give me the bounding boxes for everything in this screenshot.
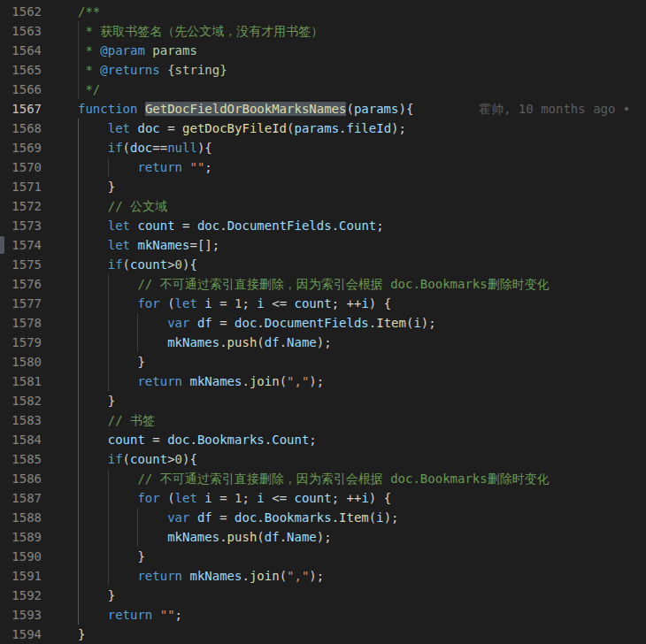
code-row[interactable]: 1585 if(count>0){ (0, 449, 646, 469)
code-token: "," (287, 569, 309, 583)
code-line-text: // 不可通过索引直接删除，因为索引会根据 doc.Bookmarks删除时变化 (78, 469, 550, 488)
code-row[interactable]: 1570 return ""; (0, 157, 646, 177)
code-line-text: var df = doc.DocumentFields.Item(i); (78, 313, 436, 333)
line-number[interactable]: 1590 (0, 547, 42, 566)
line-number[interactable]: 1574 (0, 235, 42, 255)
code-token: i (204, 491, 211, 505)
line-number[interactable]: 1584 (0, 430, 42, 449)
line-number[interactable]: 1592 (0, 586, 42, 605)
code-token: . (280, 530, 287, 544)
code-row[interactable]: 1591 return mkNames.join(","); (0, 566, 646, 586)
code-token: . (219, 335, 227, 349)
code-row[interactable]: 1574 let mkNames=[]; (0, 235, 646, 255)
code-row[interactable]: 1581 return mkNames.join(","); (0, 372, 646, 391)
code-token: } (78, 627, 85, 641)
code-row[interactable]: 1587 for (let i = 1; i <= count; ++i) { (0, 488, 646, 508)
code-row[interactable]: 1563 * 获取书签名（先公文域，没有才用书签） (0, 21, 646, 41)
code-row[interactable]: 1592 } (0, 586, 646, 605)
line-number[interactable]: 1569 (0, 138, 42, 157)
code-token: df (265, 335, 280, 349)
code-row[interactable]: 1567function GetDocFieldOrBookMarksNames… (0, 99, 646, 119)
line-number[interactable]: 1562 (0, 2, 42, 21)
code-token: ; (309, 433, 316, 447)
line-number[interactable]: 1586 (0, 469, 42, 488)
code-row[interactable]: 1588 var df = doc.Bookmarks.Item(i); (0, 508, 646, 527)
line-number[interactable]: 1570 (0, 157, 42, 177)
code-token: mkNames (167, 530, 219, 544)
code-row[interactable]: 1576 // 不可通过索引直接删除，因为索引会根据 doc.Bookmarks… (0, 274, 646, 294)
line-number[interactable]: 1589 (0, 527, 42, 547)
code-token: @param (100, 43, 145, 58)
code-row[interactable]: 1566 */ (0, 80, 646, 99)
code-row[interactable]: 1571 } (0, 177, 646, 196)
code-token (78, 510, 167, 525)
code-token: DocumentFields (227, 218, 332, 233)
code-row[interactable]: 1586 // 不可通过索引直接删除，因为索引会根据 doc.Bookmarks… (0, 469, 646, 488)
line-number[interactable]: 1575 (0, 255, 42, 274)
line-number[interactable]: 1583 (0, 410, 42, 430)
code-token: count (137, 218, 174, 233)
code-row[interactable]: 1583 // 书签 (0, 410, 646, 430)
code-token: return (108, 608, 153, 622)
code-row[interactable]: 1589 mkNames.push(df.Name); (0, 527, 646, 547)
gutter-marker (0, 236, 4, 254)
line-number[interactable]: 1564 (0, 41, 42, 60)
line-number[interactable]: 1579 (0, 333, 42, 352)
code-line-text: // 不可通过索引直接删除，因为索引会根据 doc.Bookmarks删除时变化 (78, 274, 550, 294)
code-row[interactable]: 1562/** (0, 2, 646, 21)
code-row[interactable]: 1572 // 公文域 (0, 196, 646, 216)
code-token: } (78, 355, 145, 369)
code-line-text: // 书签 (78, 410, 155, 430)
code-token: = (212, 316, 235, 330)
line-number[interactable]: 1582 (0, 391, 42, 410)
code-row[interactable]: 1573 let count = doc.DocumentFields.Coun… (0, 216, 646, 235)
code-token: ); (309, 374, 324, 388)
line-number[interactable]: 1576 (0, 274, 42, 294)
code-token (78, 141, 108, 155)
line-number[interactable]: 1572 (0, 196, 42, 216)
line-number[interactable]: 1591 (0, 566, 42, 586)
line-number[interactable]: 1571 (0, 177, 42, 196)
line-number[interactable]: 1568 (0, 119, 42, 138)
code-row[interactable]: 1575 if(count>0){ (0, 255, 646, 274)
code-row[interactable]: 1582 } (0, 391, 646, 410)
code-row[interactable]: 1594} (0, 625, 646, 644)
code-token: var (167, 316, 189, 330)
code-token: push (227, 530, 258, 544)
line-number[interactable]: 1581 (0, 372, 42, 391)
code-row[interactable]: 1568 let doc = getDocByFileId(params.fil… (0, 119, 646, 138)
code-row[interactable]: 1579 mkNames.push(df.Name); (0, 333, 646, 352)
code-token: params (354, 102, 399, 116)
code-row[interactable]: 1569 if(doc==null){ (0, 138, 646, 157)
code-token: for (137, 296, 159, 310)
code-token: . (257, 510, 264, 525)
line-number[interactable]: 1580 (0, 352, 42, 372)
code-token (78, 530, 167, 544)
line-number[interactable]: 1573 (0, 216, 42, 235)
line-number[interactable]: 1585 (0, 449, 42, 469)
line-number[interactable]: 1563 (0, 21, 42, 41)
line-number[interactable]: 1567 (0, 99, 42, 119)
code-token: } (78, 180, 115, 194)
line-number[interactable]: 1587 (0, 488, 42, 508)
line-number[interactable]: 1566 (0, 80, 42, 99)
code-row[interactable]: 1577 for (let i = 1; i <= count; ++i) { (0, 294, 646, 313)
code-row[interactable]: 1564 * @param params (0, 41, 646, 60)
git-blame-annotation[interactable]: 霍帅, 10 months ago • (479, 99, 630, 119)
code-token (78, 335, 167, 349)
line-number[interactable]: 1593 (0, 605, 42, 625)
line-number[interactable]: 1578 (0, 313, 42, 333)
code-line-text: for (let i = 1; i <= count; ++i) { (78, 294, 391, 313)
code-row[interactable]: 1565 * @returns {string} (0, 60, 646, 80)
code-token: doc (235, 510, 257, 525)
code-row[interactable]: 1580 } (0, 352, 646, 372)
line-number[interactable]: 1588 (0, 508, 42, 527)
code-row[interactable]: 1593 return ""; (0, 605, 646, 625)
code-row[interactable]: 1590 } (0, 547, 646, 566)
code-row[interactable]: 1578 var df = doc.DocumentFields.Item(i)… (0, 313, 646, 333)
line-number[interactable]: 1577 (0, 294, 42, 313)
code-row[interactable]: 1584 count = doc.Bookmarks.Count; (0, 430, 646, 449)
code-token: doc (130, 141, 152, 155)
line-number[interactable]: 1594 (0, 625, 42, 644)
line-number[interactable]: 1565 (0, 60, 42, 80)
